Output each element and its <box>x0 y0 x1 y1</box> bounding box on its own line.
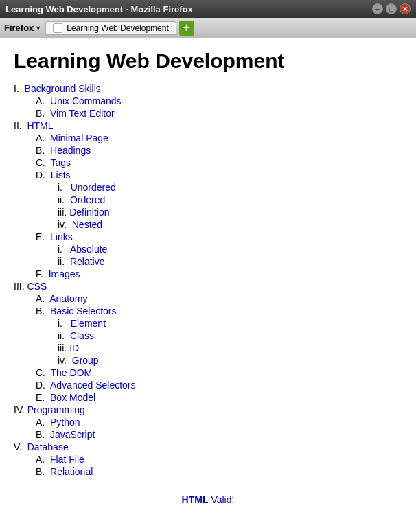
toc-section-3a: A. Anatomy <box>36 292 402 305</box>
toc-link[interactable]: Anatomy <box>49 293 87 304</box>
toc-label: A. <box>36 132 50 143</box>
minimize-button[interactable]: – <box>372 3 383 14</box>
window-title: Learning Web Development - Mozilla Firef… <box>5 4 372 14</box>
maximize-button[interactable]: □ <box>386 3 397 14</box>
footer-validation: HTML Valid! <box>14 494 402 505</box>
toc-section-5b: B. Relational <box>36 465 402 478</box>
toc-section-3b-iv: iv. Group <box>58 354 402 367</box>
toc-label: ii. <box>58 194 70 205</box>
toc-label: A. <box>36 293 49 304</box>
toc-label: D. <box>36 170 51 181</box>
toc-link[interactable]: JavaScript <box>50 429 95 440</box>
toc-link[interactable]: The DOM <box>51 367 93 378</box>
window-controls: – □ ✕ <box>372 3 411 14</box>
toc-link[interactable]: Relative <box>70 256 105 267</box>
toc-label: B. <box>36 466 50 477</box>
toc-label: i. <box>58 244 70 255</box>
toc-link[interactable]: Flat File <box>50 454 84 465</box>
toc-link[interactable]: Unix Commands <box>50 95 121 106</box>
browser-toolbar: Firefox ▼ Learning Web Development + <box>0 18 416 38</box>
toc-label: iv. <box>58 219 72 230</box>
toc-link[interactable]: Absolute <box>70 244 107 255</box>
toc-section-2f: F. Images <box>36 268 402 280</box>
toc-section-2b: B. Headings <box>36 144 402 157</box>
toc-section-3b: B. Basic Selectors <box>36 305 402 317</box>
toc-section-2d-ii: ii. Ordered <box>58 194 402 206</box>
toc-section-2e: E. Links <box>36 231 402 243</box>
toc-link[interactable]: Vim Text Editor <box>50 108 115 119</box>
window-titlebar: Learning Web Development - Mozilla Firef… <box>0 0 416 18</box>
toc-section-5: V. Database <box>14 441 402 453</box>
toc-label: A. <box>36 417 50 428</box>
validation-link[interactable]: HTML <box>182 494 209 505</box>
toc-section-3c: C. The DOM <box>36 367 402 379</box>
toc-label: A. <box>36 454 50 465</box>
toc-label: B. <box>36 305 50 316</box>
toc-label: D. <box>36 380 50 391</box>
toc-link[interactable]: Ordered <box>70 194 105 205</box>
toc-link[interactable]: Minimal Page <box>50 132 108 143</box>
toc-link[interactable]: Definition <box>69 207 109 218</box>
toc-label: i. <box>58 318 71 329</box>
toc-link[interactable]: Element <box>71 318 106 329</box>
toc-link[interactable]: HTML <box>27 120 53 131</box>
toc-label: E. <box>36 231 50 242</box>
toc-label: V. <box>14 441 27 452</box>
toc-section-2: II. HTML <box>14 119 402 132</box>
toc-section-2d: D. Lists <box>36 169 402 181</box>
toc-link[interactable]: Box Model <box>50 392 95 403</box>
toc-link[interactable]: Nested <box>72 219 102 230</box>
toc-link[interactable]: Tags <box>51 157 71 168</box>
toc-link[interactable]: Programming <box>27 404 85 415</box>
toc-label: III. <box>14 281 27 292</box>
toc-link[interactable]: ID <box>69 343 79 354</box>
toc-link[interactable]: Unordered <box>71 182 116 193</box>
toc-link[interactable]: Background Skills <box>25 83 101 94</box>
toc-label: I. <box>14 83 25 94</box>
toc-section-5a: A. Flat File <box>36 453 402 465</box>
page-content: Learning Web Development I. Background S… <box>0 38 416 529</box>
toc-section-3d: D. Advanced Selectors <box>36 379 402 391</box>
toc-label: ii. <box>58 256 70 267</box>
toc-section-2e-ii: ii. Relative <box>58 255 402 268</box>
toc-link[interactable]: Links <box>50 231 73 242</box>
toc-label: IV. <box>14 404 27 415</box>
toc-link[interactable]: Group <box>72 355 99 366</box>
tab-label: Learning Web Development <box>67 23 169 33</box>
toc-link[interactable]: Class <box>70 330 94 341</box>
toc-section-1b: B. Vim Text Editor <box>36 107 402 119</box>
toc-label: iii. <box>58 343 69 354</box>
toc-label: B. <box>36 108 50 119</box>
tab-bar: Learning Web Development + <box>45 21 194 36</box>
tab-favicon <box>53 23 62 33</box>
toc-link[interactable]: Relational <box>50 466 93 477</box>
toc-link[interactable]: Python <box>50 417 80 428</box>
toc-section-2a: A. Minimal Page <box>36 132 402 144</box>
firefox-menu-label: Firefox <box>4 23 34 33</box>
valid-text: Valid! <box>211 494 234 505</box>
toc-section-3b-i: i. Element <box>58 317 402 329</box>
toc-label: C. <box>36 367 51 378</box>
active-tab[interactable]: Learning Web Development <box>45 21 176 35</box>
toc-section-3b-iii: iii. ID <box>58 342 402 354</box>
toc-section-1a: A. Unix Commands <box>36 95 402 107</box>
new-tab-button[interactable]: + <box>179 21 194 36</box>
firefox-menu[interactable]: Firefox ▼ <box>4 23 41 33</box>
toc-section-2d-iii: iii. Definition <box>58 206 402 218</box>
toc-section-4a: A. Python <box>36 416 402 428</box>
close-button[interactable]: ✕ <box>400 3 411 14</box>
toc-link[interactable]: Basic Selectors <box>50 305 116 316</box>
toc-section-4: IV. Programming <box>14 404 402 416</box>
toc-label: E. <box>36 392 50 403</box>
toc-section-2d-iv: iv. Nested <box>58 218 402 231</box>
toc-link[interactable]: Database <box>27 441 69 452</box>
toc-link[interactable]: Images <box>49 268 80 279</box>
toc-link[interactable]: Headings <box>50 145 91 156</box>
toc: I. Background Skills A. Unix Commands B.… <box>14 82 402 478</box>
toc-section-2e-i: i. Absolute <box>58 243 402 255</box>
toc-section-3b-ii: ii. Class <box>58 329 402 342</box>
toc-label: iv. <box>58 355 72 366</box>
toc-link[interactable]: Lists <box>51 170 71 181</box>
toc-link[interactable]: Advanced Selectors <box>50 380 136 391</box>
toc-link[interactable]: CSS <box>27 281 47 292</box>
